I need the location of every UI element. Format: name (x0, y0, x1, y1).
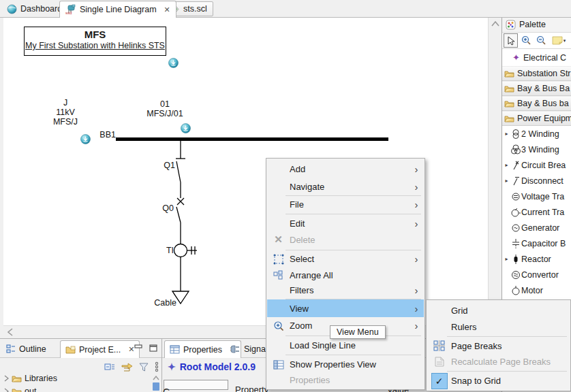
tree-item-out[interactable]: out (4, 387, 36, 392)
reactor-icon (510, 254, 521, 265)
scrollbar-thumb[interactable] (153, 382, 159, 391)
column-header-property: Property (235, 385, 268, 392)
check-icon: ✓ (431, 373, 448, 389)
palette-item-capacitor-bank[interactable]: Capacitor B (502, 235, 571, 251)
disconnector-icon (510, 176, 521, 186)
palette-group-bay-bus-1[interactable]: Bay & Bus Ba (502, 81, 571, 96)
close-icon[interactable]: ✕ (164, 5, 170, 14)
menu-item-file[interactable]: File› (267, 196, 424, 213)
arrange-all-icon (273, 270, 283, 280)
delete-x-icon: ✕ (274, 233, 283, 246)
maximize-icon[interactable] (149, 344, 157, 352)
palette-icon (506, 20, 516, 30)
menu-item-edit[interactable]: Edit› (267, 215, 424, 231)
close-icon[interactable]: ✕ (128, 345, 134, 354)
tab-outline[interactable]: Outline (1, 340, 51, 357)
properties-header: ✦ Root Model 2.0.9 (168, 361, 256, 372)
voltage-transformer-icon (510, 191, 521, 202)
menu-item-add[interactable]: Add› (267, 160, 424, 178)
tree-scrollbar[interactable] (151, 374, 161, 392)
root-model-title: Root Model 2.0.9 (180, 361, 256, 372)
palette-item-convertor[interactable]: Convertor (502, 267, 571, 282)
palette-item-generator[interactable]: Generator (502, 220, 571, 235)
submenu-item-rulers[interactable]: Rulers (427, 318, 570, 335)
submenu-item-grid[interactable]: Grid (427, 302, 570, 318)
svg-text:ssd: ssd (65, 11, 72, 15)
palette-item-disconnector[interactable]: ▸ Disconnect (502, 173, 571, 189)
palette-item-3-winding[interactable]: 3 Winding (502, 142, 571, 157)
menu-item-delete[interactable]: ✕ Delete (267, 231, 424, 248)
menu-item-arrange-all[interactable]: Arrange All (267, 267, 424, 282)
palette-item-circuit-breaker[interactable]: ▸ Circuit Brea (502, 157, 571, 173)
collapse-all-icon[interactable] (104, 362, 115, 372)
project-explorer-icon (65, 346, 76, 354)
chevron-right-icon[interactable] (4, 375, 9, 382)
current-transformer-icon (510, 207, 521, 218)
context-menu: Add› Navigate› File› Edit› ✕ Delete Sele… (266, 158, 425, 390)
tab-single-line-diagram[interactable]: ssd Single Line Diagram ✕ (59, 1, 176, 18)
palette-item-2-winding[interactable]: ▸ 2 Winding (502, 126, 571, 142)
note-tool-button[interactable]: ▾ (550, 34, 568, 47)
tab-signal[interactable]: Signa (225, 340, 271, 357)
menu-item-filters[interactable]: Filters› (267, 282, 424, 297)
current-transformer-symbol[interactable] (174, 244, 198, 257)
expand-arrow-icon[interactable]: ▸ (504, 256, 510, 262)
palette-item-motor[interactable]: Motor (502, 282, 571, 298)
project-explorer-toolbar (104, 361, 159, 372)
menu-item-select[interactable]: Select› (267, 251, 424, 267)
dashboard-icon (7, 4, 17, 14)
palette-group-power-equipment[interactable]: Power Equipm (502, 111, 571, 126)
view-menu-dots-icon[interactable] (155, 361, 159, 372)
submenu-arrow-icon: › (409, 321, 424, 331)
menu-item-view[interactable]: View› (267, 299, 424, 317)
menu-item-show-properties-view[interactable]: Show Properties View (267, 356, 424, 373)
submenu-item-page-breaks[interactable]: Page Breaks (427, 338, 570, 354)
chevron-right-icon[interactable] (4, 388, 9, 392)
convertor-icon (510, 270, 521, 280)
menu-item-properties[interactable]: Properties (267, 372, 424, 388)
palette-item-reactor[interactable]: ▸ Reactor (502, 251, 571, 267)
palette-toolbar: ▾ (502, 33, 571, 49)
submenu-arrow-icon: › (409, 182, 424, 192)
palette-group-bay-bus-2[interactable]: Bay & Bus ba (502, 96, 571, 111)
menu-item-navigate[interactable]: Navigate› (267, 178, 424, 195)
3-winding-icon (510, 144, 521, 155)
submenu-item-recalculate-page-breaks[interactable]: Recalculate Page Breaks (427, 353, 570, 370)
palette-item-current-transformer[interactable]: Current Tra (502, 204, 571, 220)
outline-project-panel: Outline Project E... ✕ Libraries out (0, 339, 162, 392)
partial-cell-text: C (163, 387, 170, 392)
cable-symbol[interactable] (172, 291, 189, 304)
zoom-in-tool-button[interactable] (520, 34, 533, 47)
palette-item-electrical[interactable]: ✦ Electrical C (502, 49, 571, 66)
submenu-item-snap-to-grid[interactable]: ✓ Snap to Grid (427, 372, 570, 389)
single-line-diagram-icon: ssd (65, 4, 76, 15)
canvas-vertical-scrollbar[interactable] (488, 17, 502, 325)
recalculate-page-breaks-icon (435, 357, 444, 367)
submenu-arrow-icon: › (409, 164, 424, 174)
menu-item-load-single-line[interactable]: Load Single Line (267, 337, 424, 354)
properties-mini-tab[interactable] (164, 380, 228, 390)
expand-arrow-icon[interactable]: ▸ (504, 131, 510, 137)
view-menu-tooltip: View Menu (330, 325, 386, 339)
filter-icon[interactable] (139, 363, 149, 372)
submenu-arrow-icon: › (409, 304, 424, 314)
2-winding-icon (510, 129, 521, 140)
busbar-symbol[interactable] (116, 137, 388, 141)
tab-sts-scl-label: sts.scl (183, 4, 207, 14)
expand-arrow-icon[interactable]: ▸ (504, 178, 510, 184)
link-with-editor-icon[interactable] (121, 363, 133, 372)
page-breaks-icon (433, 340, 445, 351)
palette-item-voltage-transformer[interactable]: Voltage Tra (502, 189, 571, 204)
minimize-icon[interactable] (134, 344, 142, 352)
tab-project-explorer[interactable]: Project E... ✕ (60, 340, 140, 358)
palette-group-substation-structure[interactable]: Substation Str (502, 66, 571, 81)
tab-dashboard[interactable]: Dashboard (1, 1, 67, 16)
tree-item-libraries[interactable]: Libraries (4, 374, 57, 383)
zoom-out-tool-button[interactable] (535, 34, 548, 47)
disconnector-symbol[interactable] (176, 159, 185, 182)
palette-header[interactable]: Palette (502, 17, 571, 33)
circuit-breaker-symbol[interactable] (176, 198, 184, 223)
expand-arrow-icon[interactable]: ▸ (504, 162, 510, 168)
capacitor-bank-icon (510, 238, 521, 249)
select-tool-button[interactable] (504, 33, 518, 48)
